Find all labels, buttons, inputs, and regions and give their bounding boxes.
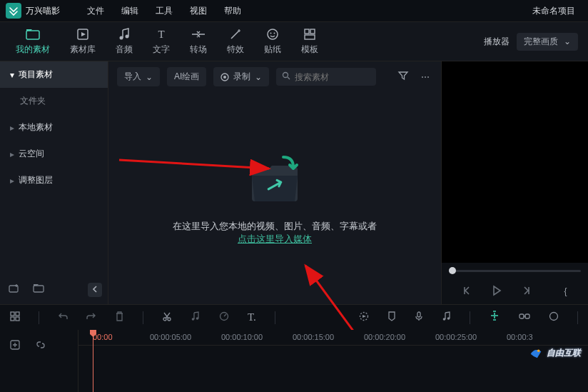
preview-quality-select[interactable]: 完整画质 ⌄: [517, 33, 578, 51]
tab-stickers[interactable]: 贴纸: [264, 27, 281, 56]
ruler-mark: 00:00:10:00: [221, 333, 263, 341]
svg-point-29: [196, 317, 199, 320]
menu-help[interactable]: 帮助: [224, 5, 241, 17]
svg-rect-9: [305, 29, 309, 34]
sidebar-item-label: 本地素材: [19, 121, 53, 134]
tab-audio[interactable]: 音频: [116, 27, 133, 56]
tab-label: 音频: [116, 44, 133, 56]
content-panel: 导入 ⌄ AI绘画 录制 ⌄ ⋯: [108, 61, 441, 304]
play-button[interactable]: [488, 282, 505, 301]
import-link[interactable]: 点击这里导入媒体: [173, 233, 377, 246]
timeline-tracks[interactable]: 00:00 00:00:05:00 00:00:10:00 00:00:15:0…: [78, 330, 588, 392]
prev-frame-button[interactable]: [460, 283, 475, 301]
link-tool-icon[interactable]: [516, 309, 533, 326]
wand-icon: [228, 27, 243, 41]
tool-icon-b[interactable]: [546, 308, 562, 326]
timeline[interactable]: 00:00 00:00:05:00 00:00:10:00 00:00:15:0…: [0, 330, 588, 392]
sidebar: ▾ 项目素材 文件夹 ▸ 本地素材 ▸ 云空间 ▸ 调整图层: [0, 61, 108, 304]
main-tabs: 我的素材 素材库 音频 T 文字 转场 特效 贴纸 模板: [0, 21, 588, 61]
svg-point-7: [270, 33, 272, 34]
menu-view[interactable]: 视图: [190, 5, 207, 17]
ai-draw-button[interactable]: AI绘画: [167, 67, 206, 86]
tab-label: 我的素材: [16, 44, 50, 56]
grid-view-icon[interactable]: [7, 308, 23, 326]
svg-point-28: [192, 318, 195, 321]
scrub-handle[interactable]: [449, 267, 456, 274]
import-dropdown[interactable]: 导入 ⌄: [117, 67, 160, 86]
select-value: 完整画质: [524, 36, 558, 48]
tab-label: 素材库: [70, 44, 96, 56]
collapse-sidebar-button[interactable]: [88, 283, 102, 297]
text-tool-icon[interactable]: T.: [245, 308, 259, 326]
preview-more-icon[interactable]: {: [561, 283, 569, 299]
record-icon: [220, 73, 229, 81]
ruler-mark: 00:00:05:00: [150, 333, 191, 341]
svg-marker-2: [81, 32, 86, 36]
magnet-icon[interactable]: [486, 308, 503, 326]
tab-effects[interactable]: 特效: [227, 27, 244, 56]
svg-point-38: [550, 313, 558, 321]
more-icon[interactable]: ⋯: [418, 69, 432, 85]
sidebar-item-adjustment[interactable]: ▸ 调整图层: [0, 167, 108, 194]
playhead[interactable]: [93, 330, 93, 392]
next-frame-button[interactable]: [518, 283, 534, 301]
ruler-mark: 00:00:3: [507, 333, 533, 341]
menu-tools[interactable]: 工具: [156, 5, 173, 17]
tab-media-lib[interactable]: 素材库: [70, 27, 96, 56]
preview-player-label: 播放器: [484, 36, 510, 48]
svg-rect-11: [305, 35, 315, 39]
folder-icon[interactable]: [30, 281, 47, 298]
music-tool-icon[interactable]: [439, 308, 454, 326]
text-icon: T: [154, 27, 168, 41]
import-drop-zone[interactable]: 在这里导入您本地的视频、图片、音频、字幕或者 点击这里导入媒体: [108, 92, 441, 304]
marker-icon[interactable]: [385, 308, 399, 326]
speed-icon[interactable]: [216, 308, 232, 326]
search-input[interactable]: [295, 72, 366, 82]
chevron-down-icon: ▾: [10, 70, 14, 80]
search-input-wrapper[interactable]: [276, 68, 376, 86]
pill-label: 导入: [124, 71, 141, 83]
record-dropdown[interactable]: 录制 ⌄: [213, 67, 269, 86]
ruler-mark: 00:00:25:00: [435, 333, 477, 341]
svg-point-6: [268, 29, 278, 39]
chevron-right-icon: ▸: [10, 149, 14, 159]
filter-icon[interactable]: [395, 68, 411, 86]
sidebar-item-local-media[interactable]: ▸ 本地素材: [0, 114, 108, 141]
mic-icon[interactable]: [412, 308, 426, 326]
timeline-link-icon[interactable]: [33, 337, 49, 355]
svg-point-35: [447, 317, 450, 320]
cut-icon[interactable]: [159, 308, 175, 326]
transition-icon: [191, 27, 206, 41]
tab-templates[interactable]: 模板: [301, 27, 318, 56]
tab-label: 文字: [153, 44, 170, 56]
sidebar-item-cloud[interactable]: ▸ 云空间: [0, 141, 108, 167]
menu-bar: 万兴喵影 文件 编辑 工具 视图 帮助 未命名项目: [0, 0, 588, 21]
tab-label: 模板: [301, 44, 318, 56]
sidebar-item-label: 云空间: [19, 148, 44, 160]
svg-rect-33: [417, 312, 420, 317]
pill-label: 录制: [233, 71, 250, 83]
sidebar-item-project-media[interactable]: ▾ 项目素材: [0, 61, 108, 88]
timeline-add-icon[interactable]: [7, 337, 23, 355]
audio-tool-icon[interactable]: [188, 308, 203, 326]
svg-point-40: [537, 349, 540, 352]
tab-my-media[interactable]: 我的素材: [16, 27, 50, 56]
sidebar-item-folder[interactable]: 文件夹: [0, 88, 108, 114]
library-icon: [76, 27, 90, 41]
new-folder-icon[interactable]: [6, 281, 23, 298]
redo-icon[interactable]: [83, 308, 99, 326]
delete-icon[interactable]: [112, 308, 127, 326]
tab-label: 贴纸: [264, 44, 281, 56]
tab-transition[interactable]: 转场: [190, 27, 207, 56]
tool-icon-a[interactable]: [356, 308, 372, 326]
svg-rect-13: [34, 286, 44, 292]
undo-icon[interactable]: [55, 308, 71, 326]
timeline-ruler[interactable]: 00:00 00:00:05:00 00:00:10:00 00:00:15:0…: [78, 330, 588, 346]
tab-text[interactable]: T 文字: [153, 27, 170, 56]
music-icon: [117, 27, 131, 41]
preview-scrubber[interactable]: [442, 263, 588, 278]
chevron-down-icon: ⌄: [255, 72, 262, 82]
search-icon: [282, 71, 290, 82]
menu-file[interactable]: 文件: [87, 5, 104, 17]
menu-edit[interactable]: 编辑: [121, 5, 138, 17]
